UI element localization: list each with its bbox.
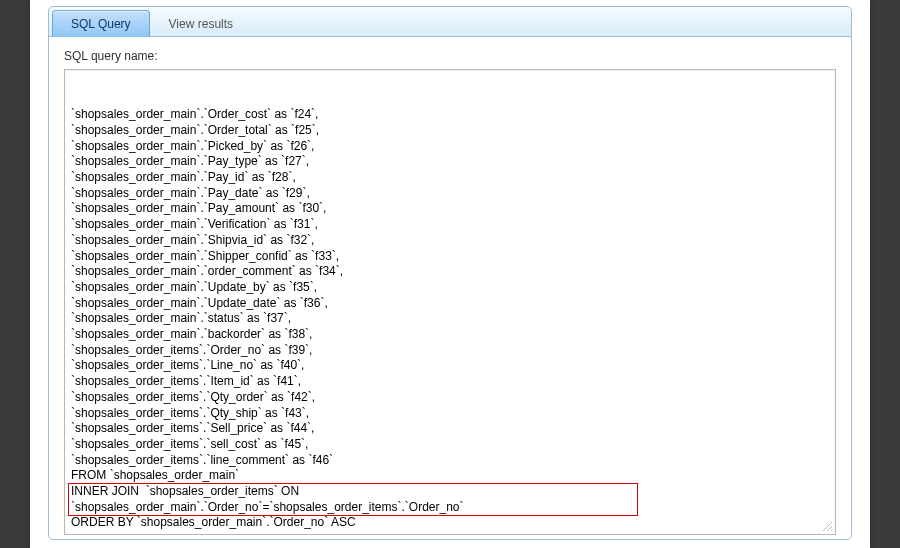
tab-sql-query-label: SQL Query (71, 17, 131, 31)
sql-query-name-label: SQL query name: (64, 49, 836, 63)
tab-view-results-label: View results (169, 17, 233, 31)
sql-textarea[interactable]: `shopsales_order_main`.`Order_cost` as `… (65, 70, 835, 534)
sql-textarea-wrap: `shopsales_order_main`.`Order_cost` as `… (64, 69, 836, 535)
tab-sql-query[interactable]: SQL Query (52, 10, 150, 37)
window-frame: SQL Query View results SQL query name: (30, 0, 870, 548)
tab-view-results[interactable]: View results (150, 10, 252, 37)
sql-panel: SQL Query View results SQL query name: (48, 6, 852, 540)
panel-body: SQL query name: `shopsales_order_main`.`… (49, 37, 851, 545)
tabstrip: SQL Query View results (49, 7, 851, 37)
